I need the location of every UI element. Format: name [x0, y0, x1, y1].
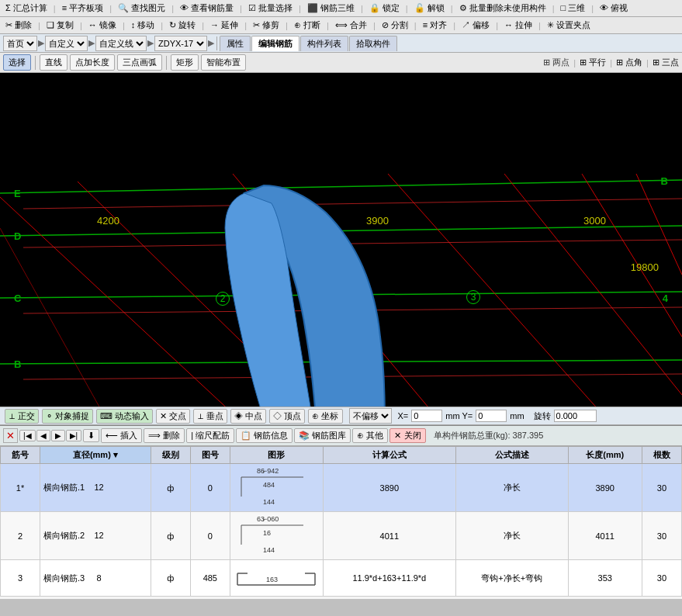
- toolbar-level[interactable]: ≡ 平齐板项: [60, 2, 106, 15]
- status-vertex[interactable]: ◇ 顶点: [269, 409, 305, 424]
- svg-text:⌐942: ⌐942: [263, 467, 279, 475]
- toolbar-unlock[interactable]: 🔓 解锁: [412, 2, 447, 15]
- btn-close[interactable]: ✕ 关闭: [389, 428, 425, 443]
- toolbar-align[interactable]: ≡ 对齐: [421, 19, 449, 32]
- status-coord[interactable]: ⊕ 坐标: [308, 409, 342, 424]
- tab-edit-rebar[interactable]: 编辑钢筋: [251, 36, 299, 51]
- toolbar-rotate[interactable]: ↻ 旋转: [167, 19, 198, 32]
- right-tool-parallel[interactable]: ⊞ 平行: [580, 57, 606, 68]
- offset-mode[interactable]: 不偏移: [349, 408, 392, 424]
- btn-rebar-gallery[interactable]: 📚 钢筋图库: [294, 428, 351, 443]
- toolbar-batch-delete[interactable]: ⚙ 批量删除未使用构件: [457, 2, 549, 15]
- nav-prev[interactable]: ◀: [36, 430, 50, 441]
- close-panel-btn[interactable]: ✕: [3, 428, 18, 443]
- svg-line-9: [504, 174, 682, 395]
- btn-delete-row[interactable]: ⟹ 删除: [144, 428, 185, 443]
- toolbar-mirror[interactable]: ↔ 镜像: [86, 19, 119, 32]
- breadcrumb-zdyx[interactable]: ZDYX-17: [154, 36, 207, 51]
- right-tool-three[interactable]: ⊞ 三点: [653, 57, 679, 68]
- y-input[interactable]: [476, 410, 507, 422]
- toolbar-offset[interactable]: ↗ 偏移: [459, 19, 492, 32]
- toolbar-3d[interactable]: □ 三维: [559, 2, 588, 15]
- status-dynamic[interactable]: ⌨ 动态输入: [96, 409, 153, 424]
- tb-sep10: |: [589, 3, 596, 14]
- status-intersect[interactable]: ✕ 交点: [156, 409, 190, 424]
- tab-pick-component[interactable]: 拾取构件: [349, 36, 397, 51]
- label-D: D: [14, 230, 21, 242]
- cell-formula-desc: 净长: [455, 512, 568, 560]
- tb-sep8: |: [448, 3, 455, 14]
- toolbar-find[interactable]: 🔍 查找图元: [116, 2, 168, 15]
- svg-text:144: 144: [263, 498, 275, 506]
- breadcrumb-line[interactable]: 自定义线: [95, 36, 147, 51]
- draw-arc[interactable]: 三点画弧: [117, 54, 162, 71]
- toolbar-trim[interactable]: ✂ 修剪: [251, 19, 282, 32]
- breadcrumb-home[interactable]: 首页: [3, 36, 37, 51]
- draw-line[interactable]: 直线: [40, 54, 68, 71]
- cell-grade: ф: [151, 560, 190, 597]
- draw-point-length[interactable]: 点加长度: [70, 54, 115, 71]
- svg-text:⌐060: ⌐060: [263, 515, 279, 523]
- main-canvas[interactable]: Z X Y E D C B A B 4 4200 3900 3000 19800…: [0, 73, 682, 407]
- breadcrumb-custom[interactable]: 自定义: [45, 36, 88, 51]
- nav-last[interactable]: ▶|: [66, 430, 82, 441]
- toolbar-top-view[interactable]: 👁 俯视: [597, 2, 630, 15]
- status-ortho[interactable]: ⊥ 正交: [5, 409, 39, 424]
- draw-rect[interactable]: 矩形: [171, 54, 199, 71]
- btn-insert[interactable]: ⟵ 插入: [101, 428, 142, 443]
- x-mm-label: mm Y=: [445, 411, 473, 420]
- toolbar-move[interactable]: ↕ 移动: [129, 19, 158, 32]
- toolbar-stretch[interactable]: ↔ 拉伸: [502, 19, 535, 32]
- table-row[interactable]: 3 横向钢筋.3 8 ф 485 163: [1, 560, 682, 597]
- svg-text:163: 163: [266, 576, 278, 583]
- dim-3900: 3900: [366, 215, 389, 227]
- cell-formula: 4011: [323, 512, 455, 560]
- btn-rebar-info[interactable]: 📋 钢筋信息: [236, 428, 293, 443]
- toolbar-delete[interactable]: ✂ 删除: [3, 19, 34, 32]
- tb-sep4: |: [237, 3, 244, 14]
- toolbar-merge[interactable]: ⟺ 合并: [333, 19, 369, 32]
- toolbar-grip[interactable]: ✳ 设置夹点: [545, 19, 593, 32]
- toolbar-rebar-3d[interactable]: ⬛ 钢筋三维: [305, 2, 357, 15]
- tb-sep3: |: [169, 3, 176, 14]
- toolbar-lock[interactable]: 🔒 锁定: [367, 2, 402, 15]
- nav-first[interactable]: |◀: [19, 430, 36, 441]
- right-tool-label: ⊞ 两点: [543, 57, 569, 68]
- th-diameter[interactable]: 直径(mm) ▾: [40, 447, 151, 464]
- toolbar-summary[interactable]: Σ 汇总计算: [3, 2, 50, 15]
- th-grade: 级别: [151, 447, 190, 464]
- sep: |: [573, 58, 576, 67]
- toolbar-row2: ✂ 删除 | ❑ 复制 | ↔ 镜像 | ↕ 移动 | ↻ 旋转 | → 延伸 …: [0, 17, 682, 34]
- status-snap[interactable]: ⚬ 对象捕捉: [42, 409, 93, 424]
- svg-text:16: 16: [263, 529, 271, 537]
- status-perp[interactable]: ⊥ 垂点: [193, 409, 227, 424]
- table-row[interactable]: 2 横向钢筋.2 12 ф 0 63 ⌐060 16 144: [1, 512, 682, 560]
- tab-properties[interactable]: 属性: [220, 36, 251, 51]
- draw-select[interactable]: 选择: [3, 54, 31, 71]
- separator: [216, 36, 217, 50]
- nav-next[interactable]: ▶: [51, 430, 65, 441]
- tab-component-list[interactable]: 构件列表: [300, 36, 348, 51]
- table-row[interactable]: 1* 横向钢筋.1 12 ф 0 86 ⌐942 484 144: [1, 464, 682, 512]
- toolbar-break[interactable]: ⊕ 打断: [292, 19, 323, 32]
- th-formula: 计算公式: [323, 447, 455, 464]
- btn-other[interactable]: ⊕ 其他: [352, 428, 388, 443]
- btn-down[interactable]: ⬇: [83, 429, 99, 442]
- rotate-input[interactable]: [554, 410, 597, 422]
- cell-id: 2: [1, 512, 40, 560]
- x-input[interactable]: [411, 410, 442, 422]
- right-tool-angle[interactable]: ⊞ 点角: [616, 57, 642, 68]
- rotate-label: 旋转: [534, 410, 551, 422]
- th-count: 根数: [642, 447, 681, 464]
- status-mid[interactable]: ◈ 中点: [230, 409, 266, 424]
- toolbar-row1: Σ 汇总计算 | ≡ 平齐板项 | 🔍 查找图元 | 👁 查看钢筋量 | ☑ 批…: [0, 0, 682, 17]
- btn-scale-rebar[interactable]: | 缩尺配筋: [186, 428, 234, 443]
- tb-sep6: |: [358, 3, 365, 14]
- cell-formula-desc: 净长: [455, 464, 568, 512]
- toolbar-extend[interactable]: → 延伸: [208, 19, 241, 32]
- draw-smart[interactable]: 智能布置: [201, 54, 246, 71]
- toolbar-batch-select[interactable]: ☑ 批量选择: [246, 2, 295, 15]
- toolbar-copy[interactable]: ❑ 复制: [44, 19, 76, 32]
- toolbar-view-rebar[interactable]: 👁 查看钢筋量: [178, 2, 236, 15]
- toolbar-split[interactable]: ⊘ 分割: [379, 19, 410, 32]
